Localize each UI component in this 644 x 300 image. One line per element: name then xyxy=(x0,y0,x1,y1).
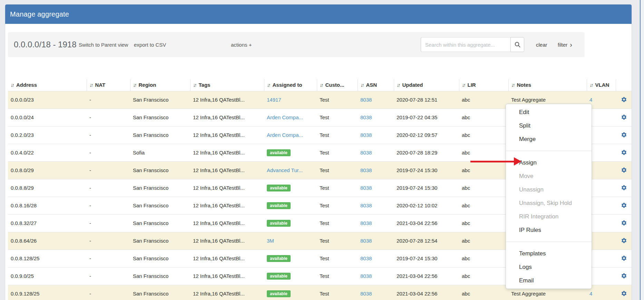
menu-divider xyxy=(506,151,592,151)
row-actions-gear-button[interactable] xyxy=(620,113,628,121)
updated-cell: 2020-02-12 09:57 xyxy=(394,126,459,144)
export-csv-link[interactable]: export to CSV xyxy=(134,42,166,48)
row-actions-gear-button[interactable] xyxy=(620,290,628,297)
nat-cell: - xyxy=(87,285,130,300)
asn-cell: 8038 xyxy=(358,161,394,179)
address-cell: 0.0.0.0/24 xyxy=(8,109,87,126)
row-actions-cell xyxy=(616,232,632,250)
gear-icon xyxy=(621,185,627,191)
row-actions-gear-button[interactable] xyxy=(620,131,628,139)
vlan-link[interactable]: 4 xyxy=(589,291,592,297)
column-header-address[interactable]: ↓↑Address xyxy=(8,79,87,91)
asn-link[interactable]: 8038 xyxy=(360,238,372,244)
column-header-custo[interactable]: ↓↑Custo... xyxy=(317,79,358,91)
menu-item-merge[interactable]: Merge xyxy=(506,132,592,146)
column-label: VLAN xyxy=(595,82,609,88)
row-actions-cell xyxy=(616,109,632,126)
row-actions-cell xyxy=(616,214,632,232)
panel-titlebar: Manage aggregate xyxy=(5,4,632,24)
menu-item-ip-rules[interactable]: IP Rules xyxy=(506,223,592,237)
lir-cell: abc xyxy=(459,109,508,126)
gear-icon xyxy=(621,167,627,173)
asn-link[interactable]: 8038 xyxy=(360,291,372,297)
asn-cell: 8038 xyxy=(358,285,394,300)
row-actions-gear-button[interactable] xyxy=(620,201,628,209)
asn-link[interactable]: 8038 xyxy=(360,97,372,103)
tags-cell: 12 Infra,16 QATestBl... xyxy=(190,214,264,232)
column-header-updated[interactable]: ↓↑Updated xyxy=(394,79,459,91)
filter-button[interactable]: filter › xyxy=(558,41,572,48)
column-header-region[interactable]: ↓↑Region xyxy=(130,79,190,91)
asn-link[interactable]: 8038 xyxy=(360,203,372,208)
menu-item-logs[interactable]: Logs xyxy=(506,260,592,274)
assigned-link[interactable]: 14917 xyxy=(267,97,281,103)
tags-cell: 12 Infra,16 QATestBl... xyxy=(190,197,264,214)
vlan-link[interactable]: 4 xyxy=(589,97,592,103)
assigned-cell: 3M xyxy=(264,232,317,250)
assigned-link[interactable]: Arden Compa... xyxy=(267,132,303,138)
address-cell: 0.0.8.64/26 xyxy=(8,232,87,250)
region-cell: San Franscisco xyxy=(130,285,190,300)
menu-item-edit[interactable]: Edit xyxy=(506,105,592,119)
column-header-lir[interactable]: ↓↑LIR xyxy=(459,79,508,91)
assigned-cell: available xyxy=(264,179,317,197)
asn-link[interactable]: 8038 xyxy=(360,255,372,261)
updated-cell: 2019-07-22 04:35 xyxy=(394,109,459,126)
customer-cell: Test xyxy=(317,250,358,267)
clear-button[interactable]: clear xyxy=(536,42,547,48)
column-header-nat[interactable]: ↓↑NAT xyxy=(87,79,130,91)
asn-link[interactable]: 8038 xyxy=(360,114,372,120)
column-header-assigned-to[interactable]: ↓↑Assigned to xyxy=(264,79,317,91)
row-actions-gear-button[interactable] xyxy=(620,149,628,156)
menu-item-email[interactable]: Email xyxy=(506,274,592,287)
asn-link[interactable]: 8038 xyxy=(360,220,372,226)
lir-cell: abc xyxy=(459,214,508,232)
row-actions-gear-button[interactable] xyxy=(620,237,628,244)
assigned-link[interactable]: Arden Compa... xyxy=(267,114,303,120)
customer-cell: Test xyxy=(317,232,358,250)
asn-cell: 8038 xyxy=(358,232,394,250)
updated-cell: 2019-07-24 15:30 xyxy=(394,179,459,197)
search-input[interactable] xyxy=(421,37,510,52)
actions-menu-button[interactable]: actions + xyxy=(231,42,252,48)
asn-link[interactable]: 8038 xyxy=(360,167,372,173)
region-cell: San Franscisco xyxy=(130,161,190,179)
lir-cell: abc xyxy=(459,126,508,144)
menu-item-templates[interactable]: Templates xyxy=(506,247,592,260)
column-header-vlan[interactable]: ↓↑VLAN xyxy=(587,79,616,91)
tags-cell: 12 Infra,16 QATestBl... xyxy=(190,144,264,161)
region-cell: San Franscisco xyxy=(130,91,190,109)
row-actions-gear-button[interactable] xyxy=(620,184,628,191)
region-cell: San Franscisco xyxy=(130,214,190,232)
search-icon xyxy=(514,41,521,48)
nat-cell: - xyxy=(87,126,130,144)
search-button[interactable] xyxy=(510,37,524,52)
nat-cell: - xyxy=(87,179,130,197)
column-label: Tags xyxy=(199,82,211,88)
row-actions-gear-button[interactable] xyxy=(620,96,628,103)
column-header-notes[interactable]: ↓↑Notes xyxy=(508,79,587,91)
filter-label: filter xyxy=(558,42,567,48)
menu-item-split[interactable]: Split xyxy=(506,119,592,132)
available-badge: available xyxy=(267,255,291,262)
assigned-link[interactable]: 3M xyxy=(267,238,274,244)
assigned-link[interactable]: Advanced Tur... xyxy=(267,167,303,173)
row-actions-gear-button[interactable] xyxy=(620,272,628,280)
row-actions-gear-button[interactable] xyxy=(620,219,628,227)
asn-link[interactable]: 8038 xyxy=(360,185,372,191)
asn-link[interactable]: 8038 xyxy=(360,150,372,156)
row-actions-gear-button[interactable] xyxy=(620,254,628,262)
gear-icon xyxy=(621,255,627,261)
asn-link[interactable]: 8038 xyxy=(360,132,372,138)
region-cell: San Franscisco xyxy=(130,267,190,285)
updated-cell: 2019-07-24 15:30 xyxy=(394,250,459,267)
switch-parent-view-link[interactable]: Switch to Parent view xyxy=(79,42,128,48)
gear-icon xyxy=(621,132,627,138)
customer-cell: Test xyxy=(317,161,358,179)
column-header-tags[interactable]: ↓↑Tags xyxy=(190,79,264,91)
assigned-cell: available xyxy=(264,214,317,232)
row-actions-gear-button[interactable] xyxy=(620,166,628,174)
address-cell: 0.0.9.0/25 xyxy=(8,267,87,285)
asn-link[interactable]: 8038 xyxy=(360,273,372,279)
column-header-asn[interactable]: ↓↑ASN xyxy=(358,79,394,91)
